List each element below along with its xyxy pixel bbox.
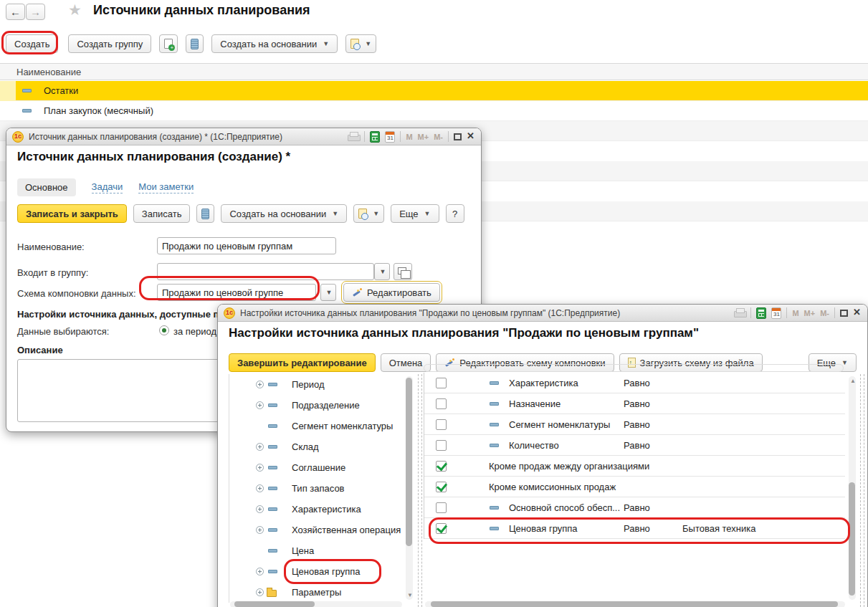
expand-icon[interactable] — [256, 484, 264, 492]
tab-main[interactable]: Основное — [17, 178, 76, 196]
memory-button[interactable]: M — [406, 133, 412, 141]
create-group-button[interactable]: Создать группу — [68, 34, 151, 53]
copy-button[interactable] — [159, 34, 178, 53]
tree-item[interactable]: Подразделение — [229, 395, 404, 416]
scroll-up-icon[interactable]: ▲ — [850, 378, 856, 384]
checkbox[interactable] — [436, 502, 447, 513]
settings-titlebar[interactable]: Настройки источника данных планирования … — [218, 305, 867, 322]
checkbox-checked[interactable] — [436, 523, 447, 534]
expand-icon[interactable] — [256, 568, 264, 575]
expand-icon[interactable] — [256, 505, 264, 513]
checkbox[interactable] — [436, 419, 447, 430]
close-icon[interactable] — [467, 133, 475, 141]
calculator-icon[interactable] — [370, 131, 380, 143]
condition-operator[interactable]: Равно — [624, 398, 650, 409]
tree-item[interactable]: Склад — [229, 436, 404, 457]
create-button[interactable]: Создать — [6, 34, 58, 53]
condition-operator[interactable]: Равно — [624, 378, 650, 388]
panel-splitter[interactable] — [860, 374, 861, 607]
expand-icon[interactable] — [256, 443, 264, 451]
tree-item[interactable]: Период — [229, 374, 404, 395]
condition-operator[interactable]: Равно — [624, 440, 650, 451]
tree-item[interactable]: Цена — [229, 540, 404, 561]
scroll-down-icon[interactable]: ▼ — [407, 592, 413, 598]
checkbox[interactable] — [436, 440, 447, 451]
conditions-vscrollbar[interactable]: ▲ — [849, 376, 856, 600]
list-settings-button[interactable] — [186, 34, 204, 53]
group-input[interactable] — [157, 263, 374, 280]
memory-minus-button[interactable]: M- — [820, 309, 829, 317]
condition-row[interactable]: Характеристика Равно — [424, 373, 845, 393]
tree-vscroll-thumb[interactable] — [406, 378, 412, 546]
report-button[interactable]: ▼ — [345, 34, 376, 53]
condition-operator[interactable]: Равно — [624, 419, 650, 430]
expand-icon[interactable] — [256, 464, 264, 472]
tree-hscrollbar[interactable] — [230, 601, 402, 607]
condition-operator[interactable]: Равно — [624, 523, 650, 534]
report-button[interactable]: ▼ — [353, 204, 384, 223]
tree-item-parameters[interactable]: Параметры — [229, 582, 404, 603]
tree-item-price-group[interactable]: Ценовая группа — [229, 561, 404, 582]
table-header[interactable]: Наименование — [0, 63, 868, 80]
table-row[interactable]: Остатки — [0, 81, 868, 101]
table-row[interactable]: План закупок (месячный) — [0, 101, 868, 121]
checkbox[interactable] — [436, 378, 447, 388]
condition-row[interactable]: Кроме продаж между организациями — [424, 456, 845, 477]
panel-splitter[interactable] — [418, 374, 419, 607]
tree-item[interactable]: Сегмент номенклатуры — [229, 416, 404, 436]
calendar-icon[interactable]: 31 — [385, 131, 395, 143]
edit-scheme-button[interactable]: Редактировать — [343, 283, 440, 302]
create-based-on-button[interactable]: Создать на основании ▼ — [221, 204, 347, 223]
forward-button[interactable]: → — [26, 4, 45, 20]
condition-row[interactable]: Кроме комиссионных продаж — [424, 477, 845, 497]
conditions-hscrollbar[interactable] — [425, 601, 845, 607]
finish-editing-button[interactable]: Завершить редактирование — [229, 353, 376, 372]
expand-icon[interactable] — [256, 401, 264, 409]
back-button[interactable]: ← — [6, 4, 25, 20]
name-input[interactable] — [157, 237, 336, 254]
tree-item[interactable]: Тип запасов — [229, 478, 404, 499]
close-icon[interactable] — [853, 309, 862, 317]
editor-titlebar[interactable]: Источник данных планирования (создание) … — [6, 128, 481, 145]
condition-row[interactable]: Сегмент номенклатуры Равно — [424, 414, 845, 435]
create-based-on-button[interactable]: Создать на основании ▼ — [211, 34, 338, 53]
expand-icon[interactable] — [256, 381, 264, 388]
condition-value[interactable]: Бытовая техника — [682, 523, 755, 534]
more-button[interactable]: Еще ▼ — [391, 204, 439, 223]
expand-icon[interactable] — [256, 588, 264, 596]
memory-button[interactable]: M — [792, 309, 798, 317]
list-settings-button[interactable] — [196, 204, 214, 223]
memory-plus-button[interactable]: M+ — [418, 133, 429, 141]
checkbox-checked[interactable] — [436, 461, 447, 472]
condition-operator[interactable]: Равно — [624, 502, 650, 513]
panel-splitter[interactable] — [421, 374, 422, 607]
conditions-vscroll-thumb[interactable] — [849, 482, 855, 596]
panel-splitter[interactable] — [864, 374, 864, 607]
save-button[interactable]: Записать — [133, 204, 191, 223]
tree-hscroll-thumb[interactable] — [234, 601, 315, 607]
condition-row-price-group[interactable]: Ценовая группа Равно Бытовая техника — [424, 518, 845, 539]
maximize-icon[interactable] — [454, 133, 462, 140]
memory-minus-button[interactable]: M- — [434, 133, 443, 141]
calculator-icon[interactable] — [756, 307, 766, 319]
printer-icon[interactable] — [348, 132, 359, 141]
favorite-star-icon[interactable]: ★ — [68, 1, 82, 19]
condition-row[interactable]: Основной способ обесп... Равно — [424, 497, 845, 518]
maximize-icon[interactable] — [840, 310, 848, 317]
scheme-dropdown-button[interactable]: ▼ — [320, 284, 336, 301]
printer-icon[interactable] — [734, 308, 745, 317]
tree-item[interactable]: Характеристика — [229, 499, 404, 520]
save-and-close-button[interactable]: Записать и закрыть — [17, 204, 127, 223]
condition-row[interactable]: Количество Равно — [424, 435, 845, 456]
expand-icon[interactable] — [256, 526, 264, 534]
conditions-hscroll-thumb[interactable] — [431, 601, 838, 607]
scheme-input[interactable] — [157, 284, 316, 301]
period-radio[interactable] — [159, 325, 169, 335]
group-dropdown-button[interactable]: ▼ — [374, 263, 390, 280]
tab-notes[interactable]: Мои заметки — [138, 181, 194, 193]
group-open-button[interactable] — [394, 263, 412, 280]
calendar-icon[interactable]: 31 — [771, 307, 781, 319]
condition-row[interactable]: Назначение Равно — [424, 393, 845, 414]
tree-item[interactable]: Хозяйственная операция — [229, 520, 404, 540]
help-button[interactable]: ? — [446, 204, 464, 223]
